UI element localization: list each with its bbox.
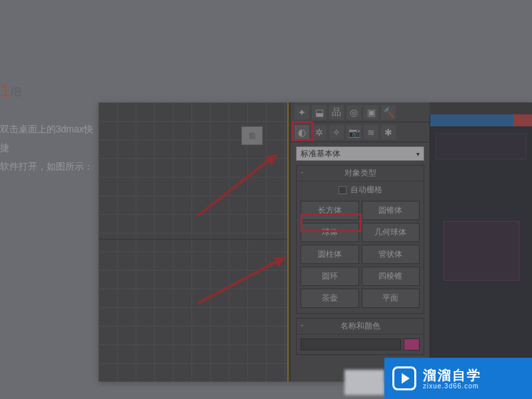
autogrid-label: 自动栅格: [350, 184, 382, 196]
dropdown-value: 标准基本体: [301, 148, 340, 160]
torus-button[interactable]: 圆环: [301, 267, 359, 286]
chevron-down-icon: ▾: [416, 150, 420, 158]
create-subtabs: ◐ ✲ ✧ 📷 ≋ ✱: [291, 122, 430, 142]
article-line2: 软件打开，如图所示：: [0, 157, 100, 176]
command-panel-tabs: ✦ ⬓ 品 ◎ ▣ 🔨: [291, 102, 430, 122]
category-dropdown[interactable]: 标准基本体 ▾: [296, 146, 424, 161]
teapot-button[interactable]: 茶壶: [301, 289, 359, 308]
rollout-title-namecolor[interactable]: - 名称和颜色: [297, 319, 424, 334]
watermark-title: 溜溜自学: [423, 368, 481, 382]
geosphere-button[interactable]: 几何球体: [362, 223, 420, 242]
helpers-icon[interactable]: ≋: [364, 125, 378, 140]
viewport-label[interactable]: 前: [241, 126, 263, 145]
screenshot: 前 ☀ ✦ ⬓ 品 ◎ ▣ 🔨 ◐ ✲ ✧ 📷 ≋: [98, 102, 532, 382]
cylinder-button[interactable]: 圆柱体: [301, 245, 359, 264]
secondary-toolbar: [436, 133, 527, 160]
object-name-input[interactable]: [301, 338, 401, 350]
spacewarps-icon[interactable]: ✱: [381, 125, 396, 140]
geometry-icon[interactable]: ◐: [295, 125, 309, 140]
rollout-title-objtype[interactable]: - 对象类型: [297, 166, 424, 182]
command-panel: ✦ ⬓ 品 ◎ ▣ 🔨 ◐ ✲ ✧ 📷 ≋ ✱ 标准基本体 ▾: [290, 102, 430, 382]
sphere-button[interactable]: 球体: [301, 223, 359, 242]
minus-icon-2: -: [301, 321, 303, 330]
article-line1: 双击桌面上的3dmax快捷: [0, 120, 100, 157]
display-tab-icon[interactable]: ▣: [364, 105, 378, 120]
pyramid-button[interactable]: 四棱锥: [362, 267, 420, 286]
watermark-url: zixue.3d66.com: [423, 382, 481, 390]
hierarchy-tab-icon[interactable]: 品: [329, 105, 344, 120]
play-icon: [392, 366, 416, 390]
secondary-window-title: [430, 114, 513, 126]
motion-tab-icon[interactable]: ◎: [346, 105, 361, 120]
minus-icon: -: [301, 168, 303, 177]
secondary-panel: [444, 221, 519, 281]
blur-patch: [344, 370, 384, 395]
article-text: 双击桌面上的3dmax快捷 软件打开，如图所示：: [0, 120, 100, 176]
utilities-tab-icon[interactable]: 🔨: [381, 105, 396, 120]
viewport-front[interactable]: 前: [98, 102, 289, 382]
viewport-axis: [98, 239, 287, 239]
rollout-object-type: - 对象类型 自动栅格 长方体 圆锥体 球体 几何球体 圆柱体 管状体 圆环 四…: [296, 165, 424, 314]
plane-button[interactable]: 平面: [362, 289, 420, 308]
create-tab-icon[interactable]: ✦: [295, 105, 309, 120]
close-icon[interactable]: [513, 114, 532, 126]
autogrid-row: 自动栅格: [297, 182, 424, 198]
tube-button[interactable]: 管状体: [362, 245, 420, 264]
cameras-icon[interactable]: 📷: [346, 125, 361, 140]
step-total: /8: [11, 84, 22, 99]
step-indicator: 1/8: [0, 80, 21, 101]
object-color-swatch[interactable]: [404, 338, 420, 350]
step-current: 1: [0, 80, 11, 100]
watermark[interactable]: 溜溜自学 zixue.3d66.com: [384, 358, 532, 399]
rollout-name-color: - 名称和颜色: [296, 318, 424, 355]
box-button[interactable]: 长方体: [301, 201, 359, 220]
modify-tab-icon[interactable]: ⬓: [312, 105, 327, 120]
shapes-icon[interactable]: ✲: [312, 125, 327, 140]
cone-button[interactable]: 圆锥体: [362, 201, 420, 220]
lights-icon[interactable]: ✧: [329, 125, 344, 140]
autogrid-checkbox[interactable]: [338, 186, 346, 194]
secondary-window-titlebar: [430, 114, 532, 126]
secondary-window: [430, 114, 532, 382]
